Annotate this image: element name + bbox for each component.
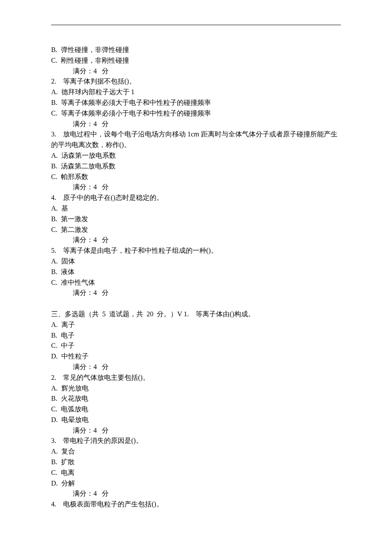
text-line: A. 基 <box>51 203 341 214</box>
text-line: 满分：4 分 <box>51 66 341 77</box>
text-line: B. 汤森第二放电系数 <box>51 161 341 172</box>
text-line: 满分：4 分 <box>51 288 341 298</box>
text-line: D. 中性粒子 <box>51 351 341 362</box>
text-line: C. 电离 <box>51 468 341 478</box>
text-line: B. 液体 <box>51 267 341 278</box>
text-line: 满分：4 分 <box>51 489 341 499</box>
text-line: C. 第二激发 <box>51 225 341 235</box>
text-line: B. 电子 <box>51 330 341 341</box>
text-line: B. 扩散 <box>51 457 341 468</box>
text-line: 2. 常见的气体放电主要包括()。 <box>51 373 341 383</box>
text-line: 满分：4 分 <box>51 362 341 373</box>
text-line: B. 弹性碰撞，非弹性碰撞 <box>51 45 341 55</box>
body-text: B. 弹性碰撞，非弹性碰撞C. 刚性碰撞，非刚性碰撞满分：4 分2. 等离子体判… <box>51 45 341 510</box>
text-line: 满分：4 分 <box>51 425 341 436</box>
text-line: A. 固体 <box>51 256 341 267</box>
text-line: 5. 等离子体是由电子，粒子和中性粒子组成的一种()。 <box>51 246 341 256</box>
text-line: A. 德拜球内部粒子远大于 1 <box>51 87 341 98</box>
text-line: 满分：4 分 <box>51 182 341 193</box>
text-line: D. 电晕放电 <box>51 415 341 425</box>
text-line: 满分：4 分 <box>51 235 341 246</box>
text-line: 4. 原子中的电子在()态时是稳定的。 <box>51 193 341 203</box>
text-line: B. 火花放电 <box>51 393 341 404</box>
text-line: C. 刚性碰撞，非刚性碰撞 <box>51 55 341 66</box>
text-line: 三、多选题（共 5 道试题，共 20 分。）V 1. 等离子体由()构成。 <box>51 309 341 320</box>
text-line: 满分：4 分 <box>51 119 341 130</box>
text-line: A. 辉光放电 <box>51 383 341 394</box>
text-line: C. 电弧放电 <box>51 404 341 415</box>
document-page: B. 弹性碰撞，非弹性碰撞C. 刚性碰撞，非刚性碰撞满分：4 分2. 等离子体判… <box>0 0 392 555</box>
text-line: 3. 带电粒子消失的原因是()。 <box>51 436 341 446</box>
text-line: A. 复合 <box>51 446 341 457</box>
header-rule <box>51 25 341 25</box>
text-line: 2. 等离子体判据不包括()。 <box>51 76 341 87</box>
text-line: A. 离子 <box>51 320 341 330</box>
text-line: 4. 电极表面带电粒子的产生包括()。 <box>51 499 341 510</box>
text-line: 3. 放电过程中，设每个电子沿电场方向移动 1cm 距离时与全体气体分子或者原子… <box>51 129 341 150</box>
text-line: C. 等离子体频率必须小于电子和中性粒子的碰撞频率 <box>51 108 341 119</box>
text-line: B. 第一激发 <box>51 214 341 225</box>
text-line: C. 中子 <box>51 341 341 351</box>
text-line: C. 准中性气体 <box>51 278 341 288</box>
text-line: C. 帕邢系数 <box>51 172 341 182</box>
text-line <box>51 298 341 309</box>
text-line: B. 等离子体频率必须大于电子和中性粒子的碰撞频率 <box>51 98 341 108</box>
text-line: A. 汤森第一放电系数 <box>51 150 341 161</box>
text-line: D. 分解 <box>51 478 341 489</box>
